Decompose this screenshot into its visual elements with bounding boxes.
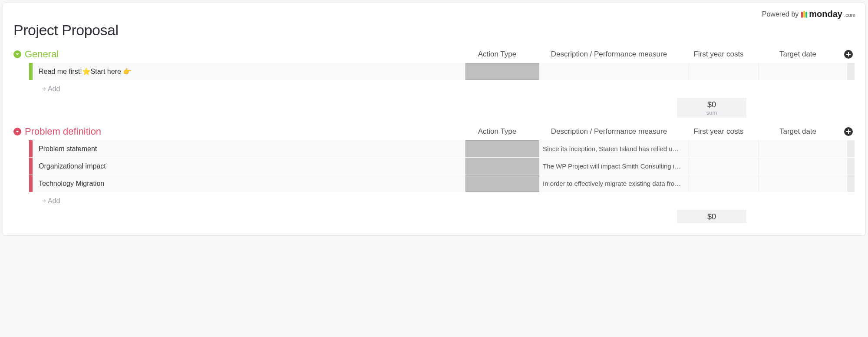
brand-logo-icon (801, 11, 807, 18)
add-item-row[interactable]: + Add (29, 192, 855, 210)
powered-by: Powered by monday .com (3, 3, 865, 21)
page-title[interactable]: Project Proposal (3, 21, 865, 48)
group-problem-definition: Problem definition Action Type Descripti… (3, 126, 865, 231)
add-item-label[interactable]: + Add (33, 197, 855, 205)
cell-description[interactable] (539, 63, 689, 80)
group-name[interactable]: Problem definition (25, 126, 101, 137)
summary-cost-value: $0 (677, 212, 746, 221)
brand-name: monday (809, 9, 842, 19)
cell-description[interactable]: The WP Project will impact Smith Consult… (539, 158, 689, 175)
group-toggle[interactable] (13, 50, 21, 58)
cell-action-type[interactable] (465, 140, 539, 157)
item-name-cell[interactable]: Technology Migration (33, 175, 465, 192)
cell-target-date[interactable] (759, 175, 848, 192)
cell-first-year-costs[interactable] (689, 175, 759, 192)
group-summary: $0 sum (29, 98, 855, 118)
add-item-label[interactable]: + Add (33, 85, 855, 93)
row-color-stripe (29, 175, 33, 192)
column-target-date[interactable]: Target date (753, 126, 842, 138)
column-target-date[interactable]: Target date (753, 48, 842, 60)
column-description[interactable]: Description / Performance measure (534, 48, 684, 60)
column-description[interactable]: Description / Performance measure (534, 126, 684, 138)
cell-first-year-costs[interactable] (689, 158, 759, 175)
group-toggle[interactable] (13, 128, 21, 135)
add-column-button[interactable] (844, 127, 853, 136)
column-action-type[interactable]: Action Type (460, 48, 534, 60)
brand-suffix: .com (844, 12, 855, 18)
add-column-button[interactable] (844, 50, 853, 59)
column-first-year-costs[interactable]: First year costs (684, 126, 753, 138)
row-end (848, 140, 855, 157)
cell-action-type[interactable] (465, 175, 539, 192)
column-action-type[interactable]: Action Type (460, 126, 534, 138)
table-row[interactable]: Problem statement Since its inception, S… (29, 140, 855, 158)
add-item-row[interactable]: + Add (29, 80, 855, 98)
cell-description[interactable]: In order to effectively migrate existing… (539, 175, 689, 192)
row-color-stripe (29, 140, 33, 157)
summary-first-year-costs: $0 sum (677, 98, 746, 118)
group-name[interactable]: General (25, 49, 59, 60)
column-first-year-costs[interactable]: First year costs (684, 48, 753, 60)
cell-action-type[interactable] (465, 158, 539, 175)
table-row[interactable]: Read me first!⭐Start here 👉 (29, 63, 855, 80)
cell-target-date[interactable] (759, 158, 848, 175)
row-end (848, 158, 855, 175)
summary-first-year-costs: $0 (677, 210, 746, 223)
row-end (848, 175, 855, 192)
item-name-cell[interactable]: Read me first!⭐Start here 👉 (33, 63, 465, 80)
summary-cost-label: sum (677, 109, 746, 116)
cell-action-type[interactable] (465, 63, 539, 80)
summary-cost-value: $0 (677, 100, 746, 109)
row-end (848, 63, 855, 80)
item-name-cell[interactable]: Organizational impact (33, 158, 465, 175)
cell-description[interactable]: Since its inception, Staten Island has r… (539, 140, 689, 157)
item-name-cell[interactable]: Problem statement (33, 140, 465, 157)
board-container: Powered by monday .com Project Proposal … (3, 3, 865, 236)
group-general: General Action Type Description / Perfor… (3, 48, 865, 126)
row-color-stripe (29, 158, 33, 175)
cell-target-date[interactable] (759, 63, 848, 80)
cell-first-year-costs[interactable] (689, 140, 759, 157)
powered-by-label: Powered by (762, 10, 799, 18)
cell-first-year-costs[interactable] (689, 63, 759, 80)
group-summary: $0 (29, 210, 855, 223)
row-color-stripe (29, 63, 33, 80)
brand-logo[interactable]: monday .com (801, 9, 855, 19)
table-row[interactable]: Organizational impact The WP Project wil… (29, 158, 855, 175)
cell-target-date[interactable] (759, 140, 848, 157)
table-row[interactable]: Technology Migration In order to effecti… (29, 175, 855, 192)
